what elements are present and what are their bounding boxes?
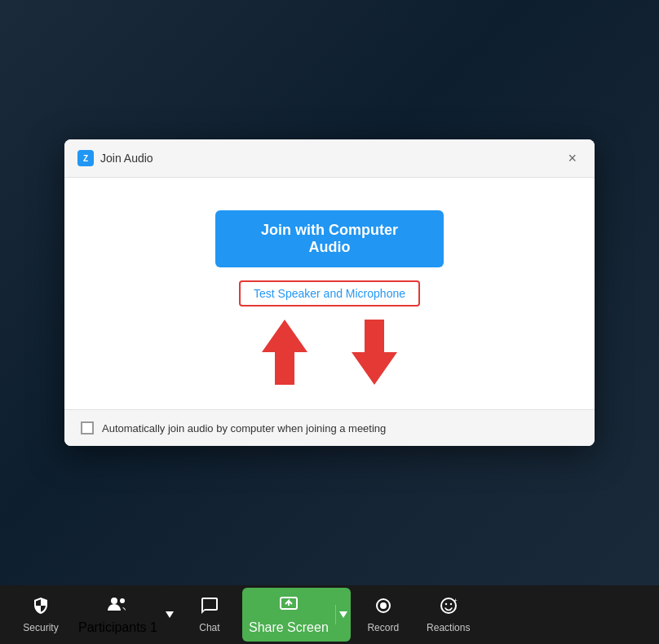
svg-text:+: + bbox=[453, 597, 458, 604]
dialog-titlebar: Z Join Audio × bbox=[64, 139, 595, 178]
participants-caret-button[interactable] bbox=[162, 605, 177, 624]
svg-point-10 bbox=[380, 602, 387, 609]
join-audio-dialog: Z Join Audio × Join with Computer Audio … bbox=[64, 139, 595, 446]
toolbar-share-group: Share Screen bbox=[242, 588, 351, 642]
zoom-icon: Z bbox=[77, 150, 94, 166]
security-icon bbox=[31, 596, 51, 619]
svg-point-5 bbox=[120, 598, 125, 603]
dialog-title-left: Z Join Audio bbox=[77, 150, 153, 166]
svg-marker-6 bbox=[166, 611, 174, 618]
svg-marker-3 bbox=[352, 320, 397, 385]
toolbar-participants-group: Participants 1 bbox=[73, 588, 177, 642]
reactions-label: Reactions bbox=[427, 622, 470, 633]
toolbar-participants[interactable]: Participants 1 bbox=[73, 588, 162, 642]
dialog-close-button[interactable]: × bbox=[563, 149, 582, 167]
arrow-up-icon bbox=[260, 320, 309, 385]
join-audio-button[interactable]: Join with Computer Audio bbox=[215, 210, 444, 267]
svg-marker-2 bbox=[262, 320, 307, 385]
participants-label: Participants 1 bbox=[78, 620, 157, 635]
test-speaker-link[interactable]: Test Speaker and Microphone bbox=[239, 280, 420, 307]
record-icon bbox=[374, 596, 393, 619]
share-screen-icon bbox=[279, 594, 299, 617]
dialog-body: Join with Computer Audio Test Speaker an… bbox=[64, 178, 595, 409]
svg-marker-8 bbox=[339, 611, 347, 618]
toolbar-chat[interactable]: Chat bbox=[177, 589, 242, 640]
toolbar-share-screen[interactable]: Share Screen bbox=[242, 588, 335, 642]
reactions-icon: + bbox=[439, 596, 458, 619]
record-label: Record bbox=[367, 622, 399, 633]
arrows-container bbox=[260, 320, 399, 385]
svg-point-4 bbox=[111, 598, 117, 604]
share-screen-caret-button[interactable] bbox=[335, 605, 351, 624]
dialog-footer: Automatically join audio by computer whe… bbox=[64, 409, 595, 446]
svg-point-13 bbox=[450, 603, 452, 605]
arrow-down-icon bbox=[350, 320, 399, 385]
toolbar-security[interactable]: Security bbox=[8, 589, 73, 640]
share-screen-label: Share Screen bbox=[249, 620, 329, 635]
toolbar-record[interactable]: Record bbox=[351, 589, 416, 640]
participants-icon bbox=[106, 594, 129, 617]
dialog-title: Join Audio bbox=[100, 152, 153, 165]
chat-label: Chat bbox=[199, 622, 219, 633]
auto-join-label: Automatically join audio by computer whe… bbox=[102, 422, 386, 434]
chat-icon bbox=[200, 596, 219, 619]
security-label: Security bbox=[23, 622, 58, 633]
svg-text:Z: Z bbox=[83, 154, 88, 163]
toolbar-reactions[interactable]: + Reactions bbox=[416, 589, 481, 640]
modal-overlay: Z Join Audio × Join with Computer Audio … bbox=[0, 0, 659, 585]
toolbar: Security Participants 1 bbox=[0, 585, 659, 644]
svg-point-12 bbox=[445, 603, 447, 605]
auto-join-checkbox[interactable] bbox=[81, 421, 94, 434]
